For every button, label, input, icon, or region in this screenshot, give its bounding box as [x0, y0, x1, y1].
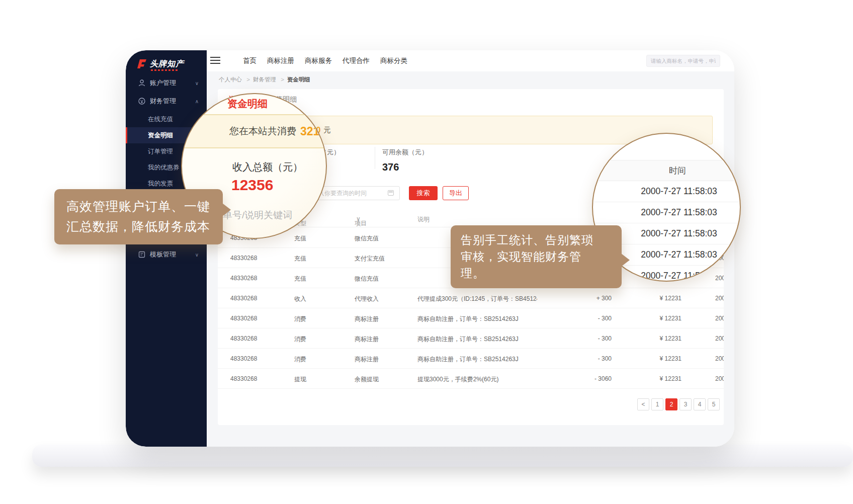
- sidebar-item-account[interactable]: 账户管理 ∨: [126, 74, 207, 92]
- cell-project: 微信充值: [355, 275, 412, 283]
- cell-type: 充值: [294, 234, 339, 243]
- cell-type: 收入: [294, 295, 339, 303]
- cell-project: 微信充值: [355, 234, 412, 243]
- trademark-search-input[interactable]: [646, 55, 720, 67]
- sidebar-item-label: 财务管理: [150, 97, 176, 106]
- callout-left: 高效管理账户订单、一键 汇总数据，降低财务成本: [54, 189, 223, 244]
- cell-balance: ¥ 12231: [626, 315, 681, 322]
- stat-balance: 可用余额（元） 376: [382, 148, 428, 173]
- nav-tab[interactable]: 商标分类: [380, 56, 407, 65]
- sidebar-item-template[interactable]: 模板管理 ∨: [126, 246, 207, 263]
- chevron-up-icon: ∧: [195, 99, 199, 104]
- cell-time: 2000-7-27 11:58:03: [715, 315, 724, 322]
- cell-type: 充值: [294, 255, 339, 263]
- sidebar-item-finance[interactable]: 财务管理 ∧: [126, 93, 207, 110]
- calendar-icon[interactable]: [388, 190, 394, 196]
- sidebar-subitem-label: 我的优惠券: [148, 163, 180, 172]
- nav-tab[interactable]: 商标服务: [305, 56, 332, 65]
- stat-label: 可用余额（元）: [382, 148, 428, 157]
- sidebar-item-label: 模板管理: [150, 250, 176, 259]
- cell-desc: 商标自助注册，订单号：SB2514263J: [417, 335, 537, 344]
- page-button[interactable]: 1: [651, 398, 663, 410]
- brand[interactable]: 头牌知产: [136, 58, 184, 69]
- breadcrumb-separator: >: [246, 76, 250, 82]
- cell-project: 余额提现: [355, 375, 412, 384]
- laptop-base: [32, 445, 853, 467]
- table-row: 48330268 消费 商标注册 商标自助注册，订单号：SB2514263J -…: [218, 308, 724, 328]
- magnified-time-cell: 2000-7-27 11:58:03: [593, 202, 741, 223]
- cell-time: 2000-7-27 11:58:03: [715, 355, 724, 362]
- nav-tab[interactable]: 商标注册: [267, 56, 294, 65]
- table-row: 48330268 收入 代理收入 代理提成300元（ID:1245，订单号：SB…: [218, 288, 724, 308]
- pagination: < 1 2 3 4 5: [637, 398, 720, 410]
- callout-arrow-icon: [621, 254, 630, 267]
- cell-amount: - 300: [540, 355, 612, 362]
- cell-project: 支付宝充值: [355, 255, 412, 263]
- export-button[interactable]: 导出: [443, 186, 469, 200]
- callout-text: 理。: [461, 265, 612, 282]
- page-button[interactable]: <: [637, 398, 649, 410]
- table-row: 48330268 提现 余额提现 提现3000元，手续费2%(60元) - 30…: [218, 369, 724, 389]
- magnified-time-cell: 2000-7-27 11:58:03: [593, 181, 741, 202]
- callout-text: 告别手工统计、告别繁琐: [461, 232, 612, 248]
- cell-balance: ¥ 12231: [626, 355, 681, 362]
- cell-balance: ¥ 12231: [626, 375, 681, 382]
- search-button[interactable]: 搜索: [409, 186, 438, 200]
- cell-balance: ¥ 12231: [626, 295, 681, 302]
- sidebar-subitem-label: 订单管理: [148, 147, 173, 156]
- callout-text: 审核，实现智能财务管: [461, 248, 612, 265]
- banner-unit: 元: [323, 126, 330, 135]
- page-button[interactable]: 3: [679, 398, 692, 410]
- breadcrumb-item[interactable]: 资金明细: [287, 76, 310, 82]
- cell-order: 48330268: [230, 355, 291, 362]
- cell-time: 2000-7-27 11:58:03: [715, 375, 724, 382]
- stat-divider: [375, 147, 375, 169]
- page-button[interactable]: 2: [665, 398, 677, 410]
- cell-order: 48330268: [230, 375, 291, 382]
- sidebar-subitem-label: 在线充值: [148, 115, 173, 124]
- page: 头牌知产 账户管理 ∨ 财务管理 ∧: [0, 0, 853, 504]
- cell-desc: 提现3000元，手续费2%(60元): [417, 375, 537, 384]
- cell-time: 2000-7-27 11:58:03: [715, 275, 724, 282]
- table-row: 48330268 消费 商标注册 商标自助注册，订单号：SB2514263J -…: [218, 349, 724, 369]
- cell-order: 48330268: [230, 315, 291, 322]
- cell-amount: - 300: [540, 335, 612, 342]
- col-project[interactable]: 项目∨: [355, 215, 412, 222]
- cell-desc: 商标自助注册，订单号：SB2514263J: [417, 355, 537, 364]
- cell-amount: - 3060: [540, 375, 612, 382]
- cell-amount: + 300: [540, 295, 612, 302]
- cell-order: 48330268: [230, 275, 291, 282]
- cell-desc: 代理提成300元（ID:1245，订单号：SB45124）: [417, 295, 537, 303]
- callout-text: 汇总数据，降低财务成本: [66, 216, 211, 236]
- chevron-down-icon: ∨: [195, 80, 199, 86]
- cell-type: 充值: [294, 275, 339, 283]
- nav-tab[interactable]: 代理合作: [343, 56, 370, 65]
- cell-order: 48330268: [230, 295, 291, 302]
- sidebar: 头牌知产 账户管理 ∨ 财务管理 ∧: [126, 50, 207, 447]
- magnified-banner: 您在本站共消费 32124: [181, 114, 327, 148]
- hamburger-menu-icon[interactable]: [210, 57, 220, 64]
- breadcrumb-item[interactable]: 个人中心: [219, 76, 242, 82]
- breadcrumb-item[interactable]: 财务管理: [253, 76, 276, 82]
- col-desc: 说明: [417, 215, 537, 224]
- cell-order: 48330268: [230, 335, 291, 342]
- cell-amount: - 300: [540, 315, 612, 322]
- cell-type: 提现: [294, 375, 339, 384]
- page-button[interactable]: 4: [694, 398, 706, 410]
- brand-name: 头牌知产: [150, 59, 184, 69]
- magnified-tab-fragment: 资金明细: [227, 97, 268, 111]
- cell-project: 代理收入: [355, 295, 412, 303]
- page-button[interactable]: 5: [708, 398, 720, 410]
- sidebar-item-label: 账户管理: [150, 78, 176, 88]
- stat-value: 376: [382, 161, 428, 173]
- cell-balance: ¥ 12231: [626, 335, 681, 342]
- cell-project: 商标注册: [355, 355, 412, 364]
- magnified-income-label: 收入总额（元）: [232, 160, 303, 174]
- cell-order: 48330268: [230, 255, 291, 262]
- brand-logo-icon: [136, 58, 147, 69]
- nav-tab[interactable]: 首页: [243, 56, 257, 65]
- cell-project: 商标注册: [355, 315, 412, 323]
- cell-project: 商标注册: [355, 335, 412, 344]
- sidebar-subitem-label: 我的发票: [148, 180, 173, 188]
- callout-arrow-icon: [222, 203, 231, 216]
